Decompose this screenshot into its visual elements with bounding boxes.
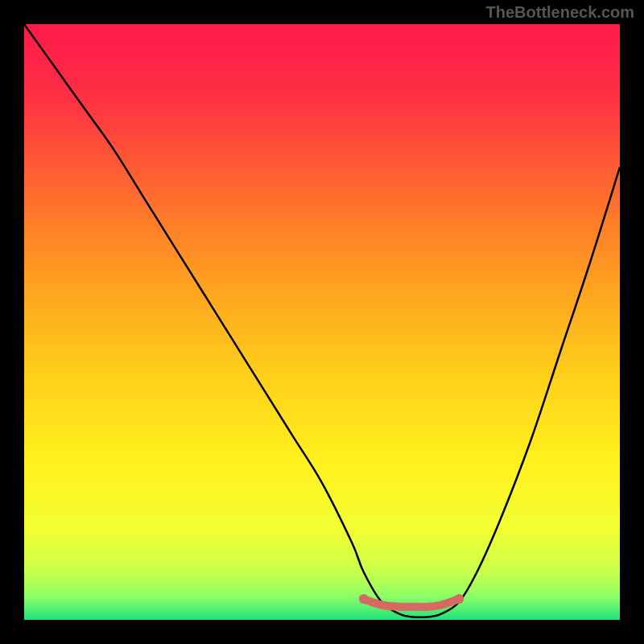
marker-start-dot [359,594,369,604]
bottleneck-curve [24,24,620,617]
marker-end-dot [454,594,464,604]
chart-svg [24,24,620,620]
optimal-range-marker [364,599,459,607]
plot-area [24,24,620,620]
attribution-text: TheBottleneck.com [486,3,634,22]
